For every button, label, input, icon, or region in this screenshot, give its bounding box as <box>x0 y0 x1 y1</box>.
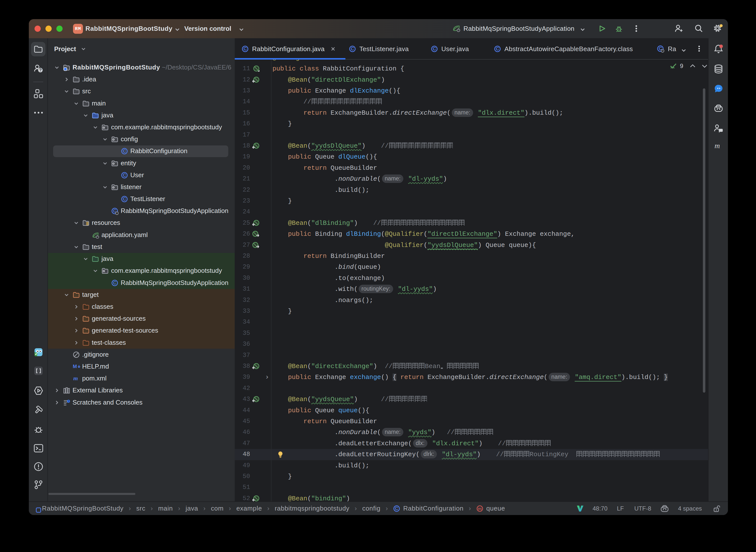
svg-text:M: M <box>73 364 77 369</box>
svg-text:m: m <box>478 506 482 511</box>
svg-text:C: C <box>244 46 247 51</box>
svg-text:?: ? <box>39 68 41 73</box>
svg-text:C: C <box>123 197 126 202</box>
svg-text:C: C <box>351 46 354 51</box>
svg-text:m: m <box>715 141 720 150</box>
svg-text:C: C <box>395 506 399 511</box>
svg-text:C: C <box>496 46 499 51</box>
svg-text:C: C <box>123 149 126 154</box>
svg-text:m: m <box>73 375 78 381</box>
svg-text:C: C <box>113 280 116 285</box>
svg-text:C: C <box>123 173 126 178</box>
svg-text:C: C <box>433 46 436 51</box>
